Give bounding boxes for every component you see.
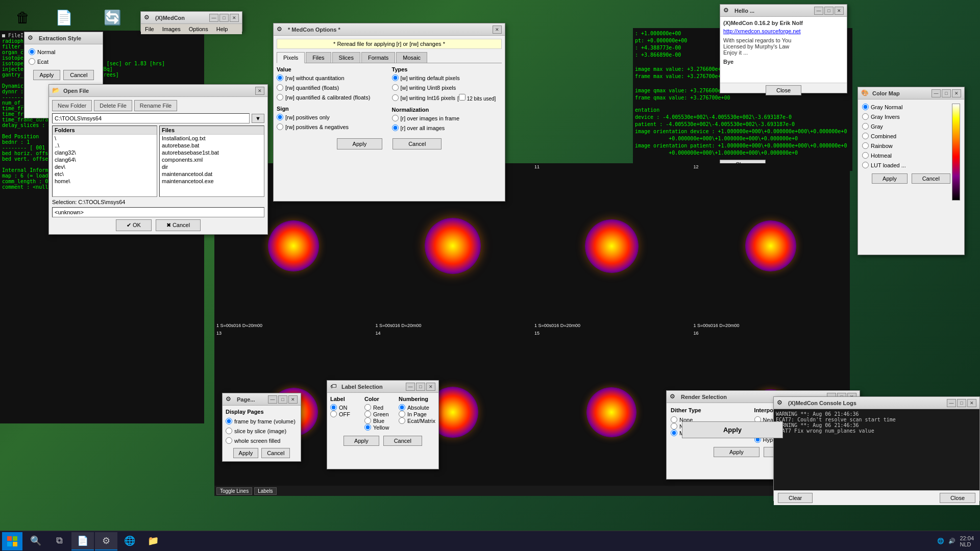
value-option-0[interactable]: [rw] without quantitation — [277, 74, 387, 81]
norm-option-0[interactable]: [r] over images in frame — [392, 115, 502, 121]
cm-option-4[interactable]: Rainbow — [862, 142, 945, 149]
color-red[interactable]: Red — [364, 404, 396, 411]
types-option-1[interactable]: [w] writing Uint8 pixels — [392, 84, 502, 91]
new-folder-button[interactable]: New Folder — [52, 100, 92, 111]
file-item-autorebase[interactable]: autorebase.bat — [160, 142, 264, 149]
cm-option-6[interactable]: LUT loaded ... — [862, 162, 945, 168]
taskbar-xmedcon[interactable]: ⚙ — [95, 532, 117, 550]
sign-option-0[interactable]: [rw] positives only — [277, 114, 387, 120]
taskbar-folder[interactable]: 📁 — [142, 532, 164, 550]
folder-item-up[interactable]: ..\ — [53, 142, 157, 149]
folder-item-clang32[interactable]: clang32\ — [53, 149, 157, 156]
color-blue[interactable]: Blue — [364, 417, 396, 424]
close-button[interactable]: ✕ — [952, 89, 961, 97]
folder-item-root[interactable]: \ — [53, 135, 157, 142]
close-button[interactable]: ✕ — [967, 399, 976, 407]
cm-radio-4[interactable] — [862, 142, 869, 149]
close-button[interactable]: Close — [940, 493, 975, 503]
cm-option-3[interactable]: Combined — [862, 133, 945, 139]
file-item-dir[interactable]: dir — [160, 163, 264, 170]
ok-button[interactable]: ✔ OK — [116, 219, 152, 231]
cm-option-0[interactable]: Gray Normal — [862, 104, 945, 110]
radio-ecat[interactable]: Ecat — [29, 58, 99, 65]
extraction-style-titlebar[interactable]: ⚙ Extraction Style — [24, 32, 103, 44]
apply-button[interactable]: Apply — [344, 436, 379, 446]
folder-item-home[interactable]: home\ — [53, 178, 157, 185]
file-item-mainttoolexe[interactable]: maintenancetool.exe — [160, 178, 264, 185]
toggle-lines-button[interactable]: Toggle Lines — [216, 487, 252, 495]
close-button[interactable]: Close — [766, 85, 801, 95]
taskbar-search[interactable]: 🔍 — [24, 532, 47, 550]
taskbar-pdf[interactable]: 📄 — [71, 532, 94, 550]
menu-images[interactable]: Images — [158, 26, 185, 32]
cm-radio-3[interactable] — [862, 133, 869, 139]
types-radio-2[interactable] — [392, 94, 399, 101]
label-titlebar[interactable]: 🏷 Label Selection — □ ✕ — [327, 381, 438, 393]
large-apply-button[interactable]: Apply — [682, 421, 783, 438]
tab-slices[interactable]: Slices — [332, 52, 360, 63]
types-radio-0[interactable] — [392, 74, 399, 81]
norm-radio-1[interactable] — [392, 124, 399, 131]
tab-formats[interactable]: Formats — [361, 52, 395, 63]
close-button[interactable]: ✕ — [835, 7, 844, 15]
rename-file-button[interactable]: Rename File — [134, 100, 177, 111]
value-radio-2[interactable] — [277, 94, 283, 101]
cm-radio-1[interactable] — [862, 113, 869, 120]
page-radio-2[interactable] — [226, 437, 232, 444]
labels-button[interactable]: Labels — [254, 487, 276, 495]
file-item-autorebase1st[interactable]: autorebasebase1st.bat — [160, 149, 264, 156]
close-button[interactable]: ✕ — [288, 395, 298, 404]
apply-button[interactable]: Apply — [872, 173, 908, 184]
menu-file[interactable]: File — [141, 26, 158, 32]
minimize-button[interactable]: — — [932, 89, 941, 97]
value-radio-0[interactable] — [277, 74, 283, 81]
cm-radio-0[interactable] — [862, 104, 869, 110]
selection-input[interactable] — [52, 207, 264, 217]
path-dropdown[interactable]: ▼ — [252, 114, 264, 123]
apply-button[interactable]: Apply — [233, 448, 259, 458]
sign-radio-0[interactable] — [277, 114, 283, 120]
cm-option-5[interactable]: Hotmeal — [862, 152, 945, 159]
hello-link[interactable]: http://xmedcon.sourceforge.net — [723, 28, 844, 34]
file-item-mainttool[interactable]: maintenancetool.dat — [160, 170, 264, 178]
value-option-1[interactable]: [rw] quantified (floats) — [277, 84, 387, 91]
radio-normal[interactable]: Normal — [29, 48, 99, 55]
types-option-2[interactable]: [w] writing Int16 pixels [ 12 bits used] — [392, 94, 502, 102]
folder-item-dev[interactable]: dev\ — [53, 163, 157, 170]
num-ecat[interactable]: Ecat/Matrix — [399, 417, 435, 424]
maximize-button[interactable]: □ — [942, 89, 951, 97]
page-radio-1[interactable] — [226, 428, 232, 434]
maximize-button[interactable]: □ — [416, 383, 425, 391]
apply-button[interactable]: Apply — [714, 447, 760, 457]
types-radio-1[interactable] — [392, 84, 399, 91]
apply-button[interactable]: Apply — [337, 138, 383, 149]
label-on[interactable]: ON — [330, 404, 361, 411]
taskbar-browser[interactable]: 🌐 — [118, 532, 141, 550]
start-button[interactable] — [2, 532, 22, 550]
path-input[interactable] — [52, 113, 250, 123]
cm-option-1[interactable]: Gray Invers — [862, 113, 945, 120]
taskbar-taskview[interactable]: ⧉ — [48, 532, 70, 550]
num-inpage[interactable]: In Page — [399, 411, 435, 417]
close-button[interactable]: ✕ — [230, 14, 239, 22]
cm-option-2[interactable]: Gray — [862, 123, 945, 130]
12bits-checkbox[interactable] — [459, 94, 465, 101]
cancel-button[interactable]: ✖ Cancel — [156, 219, 201, 231]
norm-option-1[interactable]: [r] over all images — [392, 124, 502, 131]
open-file-titlebar[interactable]: 📂 Open File ✕ — [49, 85, 267, 97]
close-button[interactable]: ✕ — [255, 87, 264, 95]
maximize-button[interactable]: □ — [824, 7, 834, 15]
cm-radio-2[interactable] — [862, 123, 869, 130]
page-radio-0[interactable] — [226, 418, 232, 424]
sign-option-1[interactable]: [rw] positives & negatives — [277, 123, 387, 130]
radio-ecat-input[interactable] — [29, 58, 35, 65]
label-off[interactable]: OFF — [330, 411, 361, 417]
cm-radio-6[interactable] — [862, 162, 869, 168]
close-button[interactable]: ✕ — [426, 383, 435, 391]
file-item-components[interactable]: components.xml — [160, 156, 264, 163]
cancel-button[interactable]: Cancel — [383, 436, 422, 446]
menu-options[interactable]: Options — [185, 26, 212, 32]
cm-radio-5[interactable] — [862, 152, 869, 159]
cancel-button[interactable]: Cancel — [393, 138, 442, 149]
clear-button[interactable]: Clear — [778, 493, 813, 503]
